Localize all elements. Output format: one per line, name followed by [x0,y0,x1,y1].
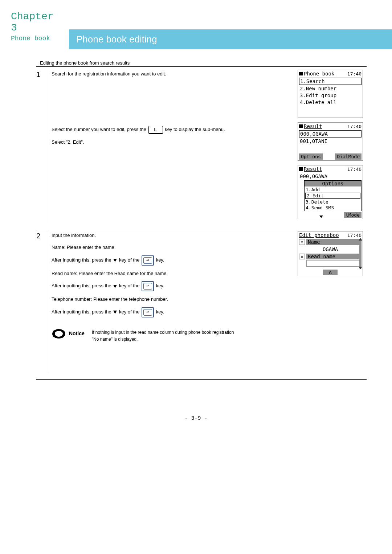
down-triangle-icon [113,259,117,262]
step2-text4: Read name: Please enter the Read name fo… [52,269,294,278]
enter-key-icon: ↵ [142,255,154,266]
sidebar-header: Chapter 3 Phone book [0,0,69,49]
input-mode: A [323,270,338,275]
down-triangle-icon [113,285,117,288]
page-number: - 3-9 - [0,415,392,422]
phone-screen-edit: Edit phoneboo 17:40 ☺ Name OGAWA ◉ Read … [298,231,363,276]
readname-input-box [306,260,362,267]
popup-item: 4.Semd SMS [305,205,361,210]
chapter-subtitle: Phone book [11,35,62,42]
field-value-name: OGAWA [299,246,362,253]
popup-item: 2.Edit [305,193,360,199]
read-icon: ◉ [299,254,305,259]
step-1: 1 Search for the registration informatio… [36,70,367,231]
menu-item: 2.New number [299,85,362,92]
step1-text1: Search for the registration information … [52,70,294,78]
step2-line-telephone: After inputting this, press the key of t… [52,307,294,317]
scroll-up-icon [359,238,362,241]
enter-key-icon: ↵ [142,281,154,291]
options-popup: Options 1.Add 2.Edit 3.Delete 4.Semd SMS [304,180,362,211]
step2-text2: Name: Please enter the name. [52,243,294,251]
svg-point-1 [55,331,63,337]
result-item: 001,OTANI [299,138,362,144]
key-L-icon: L [148,126,163,134]
notice-box: Notice If nothing is input in the read n… [52,328,294,343]
title-bar: Phone book editing [69,29,392,49]
step2-text1: Input the information. [52,231,294,239]
step2-text5: Telephone number: Please enter the telep… [52,295,294,303]
step-number: 2 [36,231,47,372]
chapter-title: Chapter 3 [11,11,62,33]
field-label-name: Name [306,239,362,245]
notice-text: If nothing is input in the read name col… [92,328,234,343]
result-item: 000,OGAWA [299,130,362,138]
notice-icon [52,328,66,339]
down-triangle-icon [113,311,117,314]
step2-line-name: After inputting this, press the key of t… [52,255,294,266]
enter-key-icon: ↵ [142,307,154,317]
divider [36,379,367,380]
step1-text3: Select "2. Edit". [52,138,294,146]
scrollbar [359,239,362,268]
menu-item: 1.Search [299,78,362,85]
softkey-lmode: lMode [344,212,362,218]
softkey-dialmode: DialMode [335,153,362,160]
result-item: 000,OGAWA [299,173,362,180]
person-icon: ☺ [299,239,305,245]
phone-screen-options: Result 17:40 000,OGAWA Options 1.Add 2.E… [298,165,363,219]
down-arrow-icon [319,216,323,218]
softkey-options: Options [299,153,323,160]
popup-item: 3.Delete [305,199,361,205]
divider [36,66,367,67]
menu-item: 4.Delete all [299,99,362,106]
page-title: Phone book editing [76,34,385,45]
phone-screen-result: Result 17:40 000,OGAWA 001,OTANI Options… [298,122,363,161]
section-heading: Editing the phone book from search resul… [36,60,367,66]
phone-screen-phonebook: Phone book 17:40 1.Search 2.New number 3… [298,70,363,118]
field-label-readname: Read name [306,254,362,259]
popup-item: 1.Add [305,187,361,192]
menu-item: 3.Edit group [299,92,362,99]
step2-line-readname: After inputting this, press the key of t… [52,281,294,291]
scroll-down-icon [359,267,362,269]
step1-text2: Select the number you want to edit, pres… [52,125,294,134]
step-number: 1 [36,70,47,223]
step-2: 2 Input the information. Name: Please en… [36,231,367,379]
notice-label-text: Notice [69,329,85,338]
